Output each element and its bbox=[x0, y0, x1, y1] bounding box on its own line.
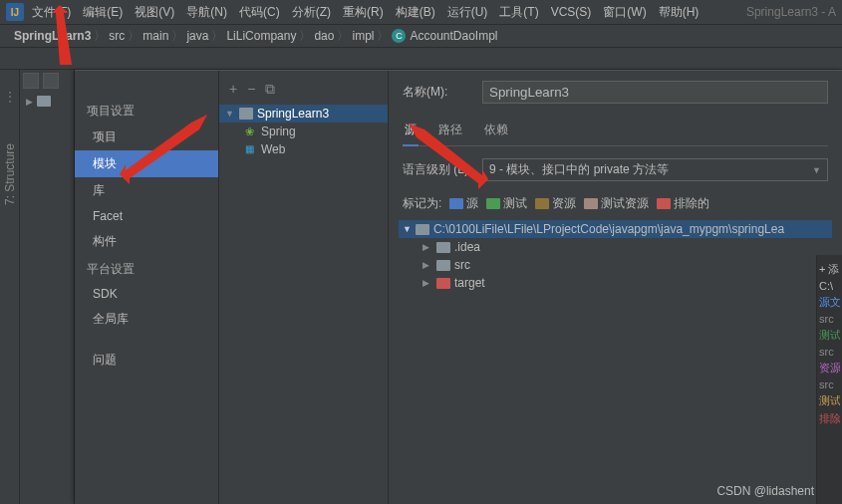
crumb-src[interactable]: src bbox=[109, 29, 125, 43]
folder-icon bbox=[657, 198, 671, 209]
web-icon: ▦ bbox=[245, 143, 257, 155]
src-path: src bbox=[819, 313, 840, 325]
menubar: IJ 文件(F) 编辑(E) 视图(V) 导航(N) 代码(C) 分析(Z) 重… bbox=[0, 0, 842, 25]
folder-src[interactable]: ▶ src bbox=[403, 256, 828, 274]
facet-label: Spring bbox=[261, 125, 296, 138]
copy-icon[interactable]: ⧉ bbox=[265, 81, 275, 98]
window-title: SpringLearn3 - A bbox=[746, 5, 836, 19]
chevron-right-icon[interactable]: ▶ bbox=[422, 278, 432, 288]
language-level-dropdown[interactable]: 9 - 模块、接口中的 private 方法等 ▼ bbox=[482, 158, 828, 181]
sidebar-item-facets[interactable]: Facet bbox=[75, 204, 218, 228]
menu-build[interactable]: 构建(B) bbox=[396, 4, 435, 21]
crumb-class[interactable]: AccountDaoImpl bbox=[410, 29, 497, 43]
content-root-side-panel: + 添 C:\ 源文 src 测试 src 资源 src 测试 排除 bbox=[816, 255, 842, 504]
ide-logo-icon: IJ bbox=[6, 3, 24, 21]
crumb-impl[interactable]: impl bbox=[352, 29, 374, 43]
module-tree: ▼ SpringLearn3 ❀ Spring ▦ Web bbox=[219, 101, 388, 162]
sidebar-item-libraries[interactable]: 库 bbox=[75, 177, 218, 204]
tool-button-icon[interactable] bbox=[43, 73, 59, 89]
module-list-panel: + − ⧉ ▼ SpringLearn3 ❀ Spring ▦ Web bbox=[219, 71, 389, 504]
mark-sources[interactable]: 源 bbox=[449, 195, 478, 212]
project-structure-dialog: 项目设置 项目 模块 库 Facet 构件 平台设置 SDK 全局库 问题 + … bbox=[75, 70, 842, 504]
menu-view[interactable]: 视图(V) bbox=[135, 4, 174, 21]
menu-refactor[interactable]: 重构(R) bbox=[343, 4, 384, 21]
chevron-down-icon[interactable]: ▼ bbox=[403, 224, 412, 234]
add-icon[interactable]: + bbox=[229, 81, 237, 97]
crumb-project[interactable]: SpringLearn3 bbox=[14, 29, 91, 43]
module-icon bbox=[239, 108, 253, 120]
folder-idea[interactable]: ▶ .idea bbox=[403, 238, 828, 256]
add-content-root[interactable]: + 添 bbox=[819, 262, 840, 277]
dropdown-value: 9 - 模块、接口中的 private 方法等 bbox=[489, 161, 669, 178]
folder-icon bbox=[416, 224, 429, 235]
mark-test-resources[interactable]: 测试资源 bbox=[584, 195, 649, 212]
folder-icon bbox=[436, 278, 450, 289]
crumb-java[interactable]: java bbox=[186, 29, 208, 43]
tool-button-icon[interactable] bbox=[23, 73, 39, 89]
menu-window[interactable]: 窗口(W) bbox=[603, 4, 646, 21]
src-folder-label: 源文 bbox=[819, 295, 840, 310]
sidebar-item-global-lib[interactable]: 全局库 bbox=[75, 306, 218, 333]
sidebar-item-problems[interactable]: 问题 bbox=[75, 347, 218, 374]
tab-sources[interactable]: 源 bbox=[403, 118, 419, 146]
menu-tools[interactable]: 工具(T) bbox=[499, 4, 538, 21]
content-root-tree: ▼ C:\0100LiFile\LFile\LProjectCode\javap… bbox=[403, 220, 828, 292]
menu-run[interactable]: 运行(U) bbox=[447, 4, 488, 21]
mark-excluded[interactable]: 排除的 bbox=[657, 195, 709, 212]
test-folder-label: 测试 bbox=[819, 328, 840, 343]
resource-folder-label: 资源 bbox=[819, 361, 840, 376]
dialog-sidebar: 项目设置 项目 模块 库 Facet 构件 平台设置 SDK 全局库 问题 bbox=[75, 71, 219, 504]
project-toolwindow: ▶ bbox=[20, 70, 75, 504]
test-resource-label: 测试 bbox=[819, 393, 840, 408]
menu-vcs[interactable]: VCS(S) bbox=[551, 5, 592, 19]
module-name-input[interactable] bbox=[482, 81, 828, 104]
menu-file[interactable]: 文件(F) bbox=[32, 4, 71, 21]
facet-node-web[interactable]: ▦ Web bbox=[219, 140, 388, 158]
menu-edit[interactable]: 编辑(E) bbox=[83, 4, 123, 21]
menu-help[interactable]: 帮助(H) bbox=[659, 4, 700, 21]
sidebar-item-artifacts[interactable]: 构件 bbox=[75, 228, 218, 255]
content-root[interactable]: ▼ C:\0100LiFile\LFile\LProjectCode\javap… bbox=[399, 220, 832, 238]
menu-code[interactable]: 代码(C) bbox=[239, 4, 280, 21]
crumb-main[interactable]: main bbox=[142, 29, 168, 43]
sidebar-item-modules[interactable]: 模块 bbox=[75, 150, 218, 177]
path-label: C:\ bbox=[819, 280, 840, 292]
folder-icon bbox=[436, 260, 450, 271]
group-platform-settings: 平台设置 bbox=[75, 255, 218, 282]
module-list-toolbar: + − ⧉ bbox=[219, 77, 388, 101]
spring-icon: ❀ bbox=[245, 126, 257, 137]
expand-icon[interactable]: ▶ bbox=[26, 97, 33, 107]
structure-tool-button[interactable]: 7: Structure bbox=[3, 143, 17, 205]
module-name: SpringLearn3 bbox=[257, 107, 329, 121]
gutter-dots-icon[interactable]: ⋮ bbox=[4, 90, 16, 104]
crumb-dao[interactable]: dao bbox=[314, 29, 334, 43]
facet-node-spring[interactable]: ❀ Spring bbox=[219, 123, 388, 140]
content-root-path: C:\0100LiFile\LFile\LProjectCode\javapgm… bbox=[433, 222, 784, 236]
menu-navigate[interactable]: 导航(N) bbox=[186, 4, 227, 21]
crumb-company[interactable]: LiLiCompany bbox=[226, 29, 296, 43]
class-icon: C bbox=[392, 29, 406, 43]
remove-icon[interactable]: − bbox=[247, 81, 255, 97]
sidebar-item-project[interactable]: 项目 bbox=[75, 124, 218, 150]
resource-path: src bbox=[819, 378, 840, 390]
mark-resources[interactable]: 资源 bbox=[535, 195, 576, 212]
chevron-right-icon[interactable]: ▶ bbox=[422, 260, 432, 270]
tab-dependencies[interactable]: 依赖 bbox=[482, 118, 510, 145]
editor-tabbar bbox=[0, 48, 842, 70]
module-tabs: 源 路径 依赖 bbox=[403, 118, 828, 146]
mark-tests[interactable]: 测试 bbox=[486, 195, 527, 212]
chevron-down-icon[interactable]: ▼ bbox=[225, 109, 235, 119]
module-node-root[interactable]: ▼ SpringLearn3 bbox=[219, 105, 388, 123]
tab-paths[interactable]: 路径 bbox=[436, 118, 464, 145]
excluded-label: 排除 bbox=[819, 411, 840, 426]
folder-target[interactable]: ▶ target bbox=[403, 274, 828, 292]
menu-analyze[interactable]: 分析(Z) bbox=[292, 4, 331, 21]
folder-icon bbox=[449, 198, 463, 209]
mark-as-label: 标记为: bbox=[403, 195, 441, 212]
chevron-right-icon[interactable]: ▶ bbox=[422, 242, 432, 252]
folder-icon bbox=[486, 198, 500, 209]
left-gutter: ⋮ 7: Structure bbox=[0, 70, 20, 504]
sidebar-item-sdk[interactable]: SDK bbox=[75, 282, 218, 306]
folder-icon bbox=[584, 198, 598, 209]
group-project-settings: 项目设置 bbox=[75, 97, 218, 124]
